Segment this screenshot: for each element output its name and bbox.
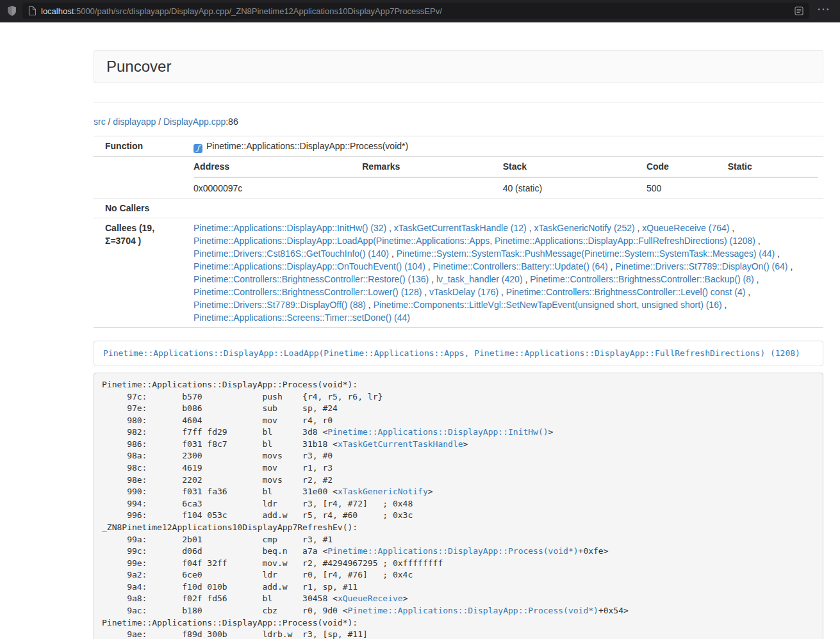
column-code: Code	[646, 160, 728, 177]
code-text: 996: f104 053c add.w r5, r4, #60 ; 0x3c	[102, 510, 413, 520]
metrics-table: Address Remarks Stack Code Static 0x0000…	[194, 160, 818, 195]
code-text: +0x54>	[598, 606, 629, 615]
code-text: 9ac: b180 cbz r0, 9d0 <	[102, 606, 348, 615]
callee-link[interactable]: xQueueReceive (764)	[642, 223, 729, 233]
callee-link[interactable]: Pinetime::Drivers::Cst816S::GetTouchInfo…	[194, 248, 389, 259]
function-name: Pinetime::Applications::DisplayApp::Proc…	[206, 141, 408, 151]
value-address: 0x0000097c	[194, 177, 362, 195]
callee-link[interactable]: Pinetime::Controllers::BrightnessControl…	[194, 274, 429, 284]
code-text: 98c: 4619 mov r1, r3	[102, 463, 333, 473]
code-text: 990: f031 fa36 bl 31e00 <	[102, 487, 338, 496]
code-text: 98e: 2202 movs r2, #2	[102, 475, 333, 485]
callee-link[interactable]: Pinetime::Controllers::BrightnessControl…	[530, 274, 754, 284]
breadcrumb-separator: /	[106, 117, 113, 127]
value-remarks	[362, 177, 502, 195]
function-type-icon: ƒ	[194, 144, 202, 153]
code-text: +0xfe>	[579, 546, 609, 556]
code-text: _ZN8Pinetime12Applications10DisplayApp7R…	[102, 522, 358, 532]
breadcrumb-separator: /	[156, 117, 163, 127]
column-remarks: Remarks	[362, 160, 502, 177]
menu-icon[interactable]: ⋯	[814, 6, 834, 16]
tracking-shield-icon[interactable]	[6, 5, 17, 17]
callee-link[interactable]: Pinetime::Drivers::St7789::DisplayOff() …	[194, 300, 366, 310]
callee-link[interactable]: Pinetime::Components::LittleVgl::SetNewT…	[374, 300, 722, 310]
callee-link[interactable]: Pinetime::Applications::DisplayApp::OnTo…	[194, 261, 425, 271]
callees-list: Pinetime::Applications::DisplayApp::Init…	[188, 218, 823, 328]
value-stack: 40 (static)	[503, 177, 646, 195]
selected-callee-box: Pinetime::Applications::DisplayApp::Load…	[94, 341, 823, 366]
url-text: localhost:5000/path/src/displayapp/Displ…	[41, 6, 442, 16]
code-symbol-link[interactable]: Pinetime::Applications::DisplayApp::Init…	[327, 427, 548, 437]
code-symbol-link[interactable]: Pinetime::Applications::DisplayApp::Proc…	[327, 546, 578, 556]
callee-link[interactable]: Pinetime::Applications::DisplayApp::Load…	[194, 236, 755, 246]
breadcrumb-link[interactable]: DisplayApp.cpp	[163, 117, 226, 127]
column-static: Static	[728, 160, 818, 177]
code-symbol-link[interactable]: Pinetime::Applications::DisplayApp::Proc…	[348, 606, 598, 615]
code-text: Pinetime::Applications::DisplayApp::Proc…	[102, 380, 358, 389]
callee-link[interactable]: Pinetime::Drivers::St7789::DisplayOn() (…	[615, 261, 787, 271]
url-host: localhost	[41, 6, 74, 16]
url-path: :5000/path/src/displayapp/DisplayApp.cpp…	[74, 6, 442, 16]
callees-row: Callees (19, Σ=3704 ) Pinetime::Applicat…	[94, 218, 823, 328]
callee-link[interactable]: xTaskGetCurrentTaskHandle (12)	[394, 223, 527, 233]
page-content: Puncover src / displayapp / DisplayApp.c…	[94, 50, 823, 639]
callee-link[interactable]: Pinetime::Applications::DisplayApp::Init…	[194, 223, 386, 233]
metrics-value-row: 0x0000097c 40 (static) 500	[194, 177, 818, 195]
breadcrumb-link[interactable]: displayapp	[113, 117, 156, 127]
code-text: 9a2: 6ce0 ldr r0, [r4, #76] ; 0x4c	[102, 570, 413, 579]
breadcrumb-line-number: :86	[226, 117, 238, 127]
code-text: >	[403, 594, 408, 603]
code-text: 9a8: f02f fd56 bl 30458 <	[102, 594, 338, 603]
code-text: 98a: 2300 movs r3, #0	[102, 451, 333, 460]
address-bar[interactable]: localhost:5000/path/src/displayapp/Displ…	[22, 3, 809, 19]
code-text: 99c: d06d beq.n a7a <	[102, 546, 327, 556]
divider	[94, 102, 823, 102]
code-text: 97e: b086 sub sp, #24	[102, 403, 338, 413]
code-text: 9ae: f89d 300b ldrb.w r3, [sp, #11]	[102, 629, 368, 639]
callee-link[interactable]: lv_task_handler (420)	[436, 274, 523, 284]
page-icon	[28, 6, 36, 15]
code-text: >	[428, 487, 433, 496]
callee-link[interactable]: Pinetime::Controllers::BrightnessControl…	[194, 287, 422, 297]
code-text: >	[463, 439, 468, 449]
callee-link[interactable]: xTaskGenericNotify (252)	[534, 223, 634, 233]
breadcrumb-link[interactable]: src	[94, 117, 106, 127]
symbol-detail-table: Function ƒPinetime::Applications::Displa…	[94, 136, 823, 328]
callee-link[interactable]: Pinetime::Controllers::BrightnessControl…	[506, 287, 745, 297]
disassembly-code: Pinetime::Applications::DisplayApp::Proc…	[94, 373, 823, 639]
code-text: 99a: 2b01 cmp r3, #1	[102, 535, 333, 544]
code-text: 9a4: f10d 010b add.w r1, sp, #11	[102, 582, 358, 592]
code-text: 97c: b570 push {r4, r5, r6, lr}	[102, 392, 383, 401]
code-text: Pinetime::Applications::DisplayApp::Proc…	[102, 618, 358, 627]
metrics-label-spacer	[94, 157, 188, 198]
code-text: 986: f031 f8c7 bl 31b18 <	[102, 439, 338, 449]
no-callers-row: No Callers	[94, 198, 823, 218]
app-title: Puncover	[106, 58, 171, 76]
callee-link[interactable]: Pinetime::System::SystemTask::PushMessag…	[397, 248, 775, 259]
function-row: Function ƒPinetime::Applications::Displa…	[94, 136, 823, 157]
callee-link[interactable]: vTaskDelay (176)	[429, 287, 498, 297]
code-symbol-link[interactable]: xQueueReceive	[338, 594, 403, 603]
code-text: 980: 4604 mov r4, r0	[102, 416, 333, 425]
code-symbol-link[interactable]: xTaskGenericNotify	[338, 487, 428, 496]
value-code: 500	[646, 177, 728, 195]
callee-link[interactable]: Pinetime::Controllers::Battery::Update()…	[433, 261, 608, 271]
code-text: 994: 6ca3 ldr r3, [r4, #72] ; 0x48	[102, 499, 413, 508]
no-callers-label: No Callers	[94, 198, 188, 218]
breadcrumb: src / displayapp / DisplayApp.cpp:86	[94, 117, 823, 127]
selected-callee-link[interactable]: Pinetime::Applications::DisplayApp::Load…	[103, 348, 800, 358]
code-text: 99e: f04f 32ff mov.w r2, #4294967295 ; 0…	[102, 558, 443, 568]
metrics-row: Address Remarks Stack Code Static 0x0000…	[94, 157, 823, 198]
metrics-header-row: Address Remarks Stack Code Static	[194, 160, 818, 177]
reader-mode-icon[interactable]	[795, 6, 803, 15]
code-text: >	[548, 427, 554, 437]
column-stack: Stack	[503, 160, 646, 177]
callee-link[interactable]: Pinetime::Applications::Screens::Timer::…	[194, 312, 410, 323]
function-label: Function	[94, 136, 188, 157]
browser-toolbar: localhost:5000/path/src/displayapp/Displ…	[0, 0, 840, 22]
code-symbol-link[interactable]: xTaskGetCurrentTaskHandle	[338, 439, 463, 449]
code-text: 982: f7ff fd29 bl 3d8 <	[102, 427, 327, 437]
column-address: Address	[194, 160, 362, 177]
app-header-panel: Puncover	[94, 50, 823, 83]
callees-label: Callees (19, Σ=3704 )	[94, 218, 188, 328]
